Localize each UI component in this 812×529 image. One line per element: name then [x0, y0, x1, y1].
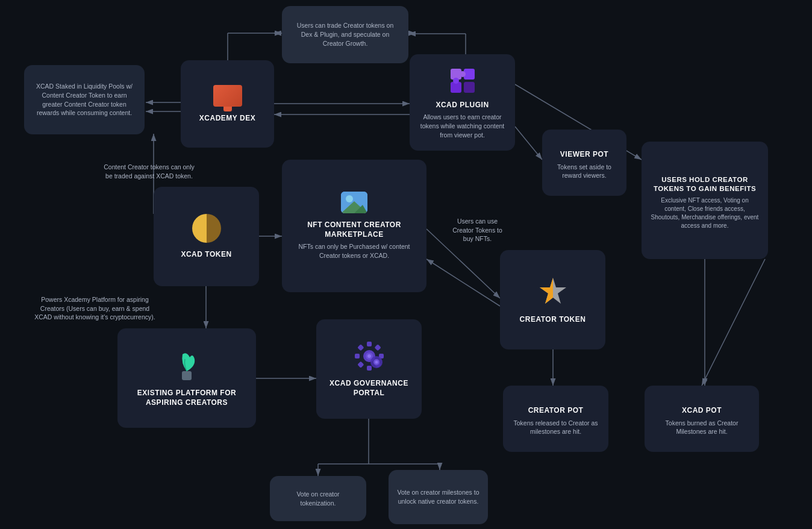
creator-pot-desc: Tokens released to Creator as milestones…	[511, 419, 600, 436]
nft-marketplace-node: NFT CONTENT CREATOR MARKETPLACE NFTs can…	[282, 160, 426, 292]
creator-pot-title: CREATOR POT	[528, 406, 584, 416]
users-use-label: Users can use Creator Tokens to buy NFTs…	[451, 217, 504, 243]
svg-point-58	[375, 360, 378, 363]
svg-line-16	[515, 127, 542, 160]
diagram-container: Users can trade Creator tokens on Dex & …	[0, 0, 812, 529]
svg-line-30	[702, 259, 765, 386]
content-traded-label: Content Creator tokens can only be trade…	[102, 163, 196, 180]
puzzle-icon	[448, 66, 478, 96]
viewer-pot-desc: Tokens set aside to reward viewers.	[551, 163, 618, 180]
svg-point-38	[346, 195, 353, 202]
svg-point-35	[460, 71, 466, 77]
xcad-governance-title: XCAD GOVERNANCE PORTAL	[325, 379, 413, 398]
svg-rect-52	[367, 366, 372, 371]
xcad-pot-desc: Tokens burned as Creator Milestones are …	[653, 419, 751, 436]
svg-rect-48	[367, 342, 372, 346]
vote1-node: Vote on creator tokenization.	[270, 476, 366, 521]
svg-rect-34	[464, 82, 475, 93]
users-hold-title: USERS HOLD CREATOR TOKENS TO GAIN BENEFI…	[650, 175, 760, 193]
svg-rect-53	[357, 361, 364, 368]
powers-label: Powers Xcademy Platform for aspiring Cre…	[33, 295, 157, 322]
content-traded-text: Content Creator tokens can only be trade…	[93, 155, 205, 187]
svg-rect-55	[357, 344, 364, 351]
plant-icon	[172, 348, 202, 384]
existing-platform-title: EXISTING PLATFORM FOR ASPIRING CREATORS	[126, 389, 248, 407]
viewer-pot-title: VIEWER POT	[560, 150, 608, 160]
svg-marker-43	[540, 278, 566, 304]
xcad-plugin-title: XCAD PLUGIN	[436, 101, 489, 110]
svg-rect-54	[355, 354, 360, 358]
powers-text: Powers Xcademy Platform for aspiring Cre…	[24, 288, 166, 329]
xcademy-dex-title: XCADEMY DEX	[199, 114, 255, 124]
svg-rect-49	[374, 344, 381, 351]
svg-point-36	[453, 78, 459, 84]
svg-point-47	[367, 354, 371, 358]
users-hold-desc: Exclusive NFT access, Voting on content,…	[650, 196, 760, 230]
nft-marketplace-desc: NFTs can only be Purchased w/ content Cr…	[290, 242, 418, 260]
xcad-token-title: XCAD TOKEN	[181, 250, 231, 260]
nft-marketplace-title: NFT CONTENT CREATOR MARKETPLACE	[290, 221, 418, 239]
xcad-staked-node: XCAD Staked in Liquidity Pools w/ Conten…	[24, 65, 145, 134]
creator-token-node: CREATOR TOKEN	[500, 250, 605, 349]
governance-icon	[354, 340, 385, 374]
xcad-pot-title: XCAD POT	[682, 406, 722, 416]
coin-icon	[192, 214, 221, 243]
vote2-node: Vote on creator milestones to unlock nat…	[389, 470, 488, 524]
svg-line-29	[228, 6, 286, 60]
landscape-icon	[341, 192, 367, 213]
xcad-plugin-node: XCAD PLUGIN Allows users to earn creator…	[410, 54, 515, 151]
existing-platform-node: EXISTING PLATFORM FOR ASPIRING CREATORS	[117, 328, 256, 428]
star-icon	[537, 275, 569, 308]
trade-info-text: Users can trade Creator tokens on Dex & …	[290, 21, 400, 48]
trade-info-node: Users can trade Creator tokens on Dex & …	[282, 6, 408, 63]
vote2-text: Vote on creator milestones to unlock nat…	[397, 488, 479, 506]
svg-rect-44	[182, 371, 192, 380]
xcad-pot-node: XCAD POT Tokens burned as Creator Milest…	[645, 386, 759, 452]
creator-pot-node: CREATOR POT Tokens released to Creator a…	[503, 386, 608, 452]
xcad-governance-node: XCAD GOVERNANCE PORTAL	[316, 319, 422, 419]
vote1-text: Vote on creator tokenization.	[278, 490, 358, 507]
xcad-staked-text: XCAD Staked in Liquidity Pools w/ Conten…	[33, 82, 136, 117]
viewer-pot-node: VIEWER POT Tokens set aside to reward vi…	[542, 130, 626, 196]
xcad-plugin-desc: Allows users to earn creator tokens whil…	[418, 113, 507, 139]
users-use-text: Users can use Creator Tokens to buy NFTs…	[443, 210, 512, 251]
xcad-token-node: XCAD TOKEN	[154, 187, 259, 286]
users-hold-node: USERS HOLD CREATOR TOKENS TO GAIN BENEFI…	[642, 142, 768, 259]
svg-line-15	[426, 259, 500, 306]
monitor-icon	[213, 85, 242, 107]
creator-token-title: CREATOR TOKEN	[520, 315, 586, 325]
xcademy-dex-node: XCADEMY DEX	[181, 60, 274, 148]
